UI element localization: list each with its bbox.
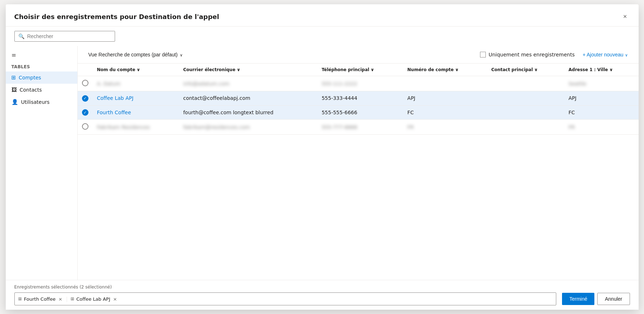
dialog: Choisir des enregistrements pour Destina… <box>6 4 639 310</box>
table-body: A. Datuminfo@adatum.com555-111-2222Seatt… <box>78 76 639 135</box>
hamburger-icon[interactable]: ≡ <box>6 49 77 63</box>
row-contact-cell <box>487 120 564 135</box>
contacts-icon: 🖼 <box>12 87 17 93</box>
dialog-footer: Enregistrements sélectionnés (2 sélectio… <box>6 280 639 310</box>
view-selector-button[interactable]: Vue Recherche de comptes (par défaut) <box>86 50 185 59</box>
comptes-icon: ⊞ <box>12 74 16 81</box>
close-button[interactable]: × <box>620 11 630 22</box>
tag-fourth-coffee-label: Fourth Coffee <box>24 296 56 302</box>
row-ville-cell: APJ <box>564 91 638 106</box>
footer-actions: Terminé Annuler <box>562 293 630 305</box>
confirm-button[interactable]: Terminé <box>562 293 594 305</box>
row-nom-text: Fabrikam Residences <box>97 124 150 130</box>
only-mine-label: Uniquement mes enregistrements <box>489 52 575 57</box>
row-tel-cell: 555-333-4444 <box>317 91 403 106</box>
chevron-down-icon <box>180 52 183 57</box>
tag-coffee-lab-remove[interactable]: × <box>113 296 118 302</box>
table-row[interactable]: Fabrikam Residencesfabrikam@residences.c… <box>78 120 639 135</box>
row-num-cell: FR <box>403 120 487 135</box>
search-input[interactable] <box>27 33 111 39</box>
col-contact-label: Contact principal <box>491 67 533 72</box>
row-email-text: fabrikam@residences.com <box>183 124 250 130</box>
row-ville-cell: Seattle <box>564 76 638 91</box>
row-tel-cell: 555-111-2222 <box>317 76 403 91</box>
row-nom-cell: Fabrikam Residences <box>93 120 179 135</box>
row-ville-cell: FC <box>564 105 638 120</box>
row-tel-cell: 555-777-8888 <box>317 120 403 135</box>
row-email-cell: info@adatum.com <box>179 76 317 91</box>
row-select-col[interactable] <box>78 105 93 120</box>
row-select-col[interactable] <box>78 120 93 135</box>
tag-separator: | <box>66 296 68 302</box>
row-nom-link[interactable]: Fourth Coffee <box>97 110 131 115</box>
records-table: Nom du compte ∨ Courrier électronique ∨ <box>78 64 639 135</box>
add-new-chevron-icon <box>625 52 628 57</box>
table-header-row: Nom du compte ∨ Courrier électronique ∨ <box>78 64 639 76</box>
row-email-text: info@adatum.com <box>183 81 229 87</box>
only-mine-checkbox[interactable] <box>480 52 486 57</box>
row-num-text: FR <box>407 124 414 130</box>
row-checked-icon[interactable] <box>82 95 88 102</box>
row-nom-cell: A. Datum <box>93 76 179 91</box>
row-num-text: FC <box>407 110 414 115</box>
sidebar-item-comptes[interactable]: ⊞ Comptes <box>6 71 77 84</box>
tag-fourth-coffee-icon: ⊞ <box>18 296 22 301</box>
col-tel-label: Téléphone principal <box>321 67 369 72</box>
sidebar-item-utilisateurs[interactable]: 👤 Utilisateurs <box>6 96 77 108</box>
row-nom-link[interactable]: Coffee Lab APJ <box>97 95 134 101</box>
row-nom-cell: Fourth Coffee <box>93 105 179 120</box>
col-nom-sort-icon: ∨ <box>137 67 140 72</box>
only-mine-toggle[interactable]: Uniquement mes enregistrements <box>480 52 575 57</box>
row-ville-text: APJ <box>568 95 576 101</box>
col-nom: Nom du compte ∨ <box>93 64 179 76</box>
row-radio-icon[interactable] <box>82 123 88 130</box>
row-tel-text: 555-333-4444 <box>321 95 357 101</box>
table-row[interactable]: A. Datuminfo@adatum.com555-111-2222Seatt… <box>78 76 639 91</box>
row-radio-icon[interactable] <box>82 80 88 86</box>
add-new-button[interactable]: + Ajouter nouveau <box>580 50 630 59</box>
col-contact: Contact principal ∨ <box>487 64 564 76</box>
dialog-title: Choisir des enregistrements pour Destina… <box>14 13 219 20</box>
row-num-text: APJ <box>407 95 415 101</box>
col-nom-label: Nom du compte <box>97 67 136 72</box>
row-nom-text: A. Datum <box>97 81 121 87</box>
row-ville-cell: FR <box>564 120 638 135</box>
row-select-col[interactable] <box>78 76 93 91</box>
main-content: Vue Recherche de comptes (par défaut) Un… <box>78 46 639 280</box>
row-select-col[interactable] <box>78 91 93 106</box>
col-tel: Téléphone principal ∨ <box>317 64 403 76</box>
row-contact-cell <box>487 105 564 120</box>
table-container: Nom du compte ∨ Courrier électronique ∨ <box>78 64 639 280</box>
row-ville-text: FC <box>568 110 575 115</box>
utilisateurs-icon: 👤 <box>12 99 18 105</box>
row-email-cell: fourth@coffee.com longtext blurred <box>179 105 317 120</box>
cancel-button[interactable]: Annuler <box>597 293 630 305</box>
selected-tags-container: ⊞ Fourth Coffee × | ⊞ Coffee Lab APJ × <box>14 292 557 305</box>
dialog-body: ≡ Tables ⊞ Comptes 🖼 Contacts 👤 Utilisat… <box>6 46 639 280</box>
footer-selection-label: Enregistrements sélectionnés (2 sélectio… <box>14 285 630 290</box>
view-selector-label: Vue Recherche de comptes (par défaut) <box>88 52 178 57</box>
col-contact-sort-icon: ∨ <box>534 67 538 72</box>
sidebar-section-title: Tables <box>6 63 77 71</box>
row-tel-text: 555-555-6666 <box>321 110 357 115</box>
row-ville-text: FR <box>568 124 575 130</box>
sidebar-item-label-comptes: Comptes <box>19 75 41 80</box>
row-ville-text: Seattle <box>568 81 586 87</box>
row-checked-icon[interactable] <box>82 109 88 116</box>
sidebar-item-contacts[interactable]: 🖼 Contacts <box>6 84 77 96</box>
tag-fourth-coffee: ⊞ Fourth Coffee × <box>18 296 63 302</box>
toolbar-right: Uniquement mes enregistrements + Ajouter… <box>480 50 630 59</box>
row-email-cell: fabrikam@residences.com <box>179 120 317 135</box>
dialog-header: Choisir des enregistrements pour Destina… <box>6 4 639 27</box>
row-num-cell <box>403 76 487 91</box>
col-email: Courrier électronique ∨ <box>179 64 317 76</box>
row-email-text: contact@coffeelabapj.com <box>183 95 250 101</box>
col-num: Numéro de compte ∨ <box>403 64 487 76</box>
row-num-cell: APJ <box>403 91 487 106</box>
table-row[interactable]: Coffee Lab APJcontact@coffeelabapj.com55… <box>78 91 639 106</box>
tag-fourth-coffee-remove[interactable]: × <box>58 296 63 302</box>
search-wrapper: 🔍 <box>14 31 115 42</box>
row-nom-cell: Coffee Lab APJ <box>93 91 179 106</box>
table-row[interactable]: Fourth Coffeefourth@coffee.com longtext … <box>78 105 639 120</box>
row-num-cell: FC <box>403 105 487 120</box>
